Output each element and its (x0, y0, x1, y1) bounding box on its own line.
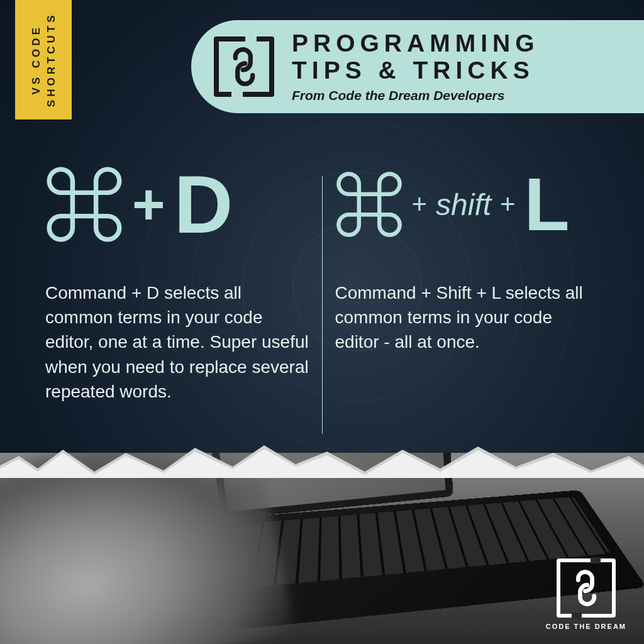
header-subtitle: From Code the Dream Developers (292, 88, 540, 103)
category-badge: VS CODE SHORTCUTS (15, 0, 72, 119)
key-letter-l: L (525, 162, 570, 247)
shortcut-right-column: + shift + L Command + Shift + L selects … (323, 164, 612, 434)
shortcut-left-description: Command + D selects all common terms in … (45, 280, 309, 404)
link-icon (214, 36, 274, 97)
shortcut-keys-right: + shift + L (335, 164, 599, 245)
shortcut-keys-left: + D (45, 164, 309, 245)
footer-brand-logo: CODE THE DREAM (546, 558, 626, 630)
plus-symbol: + (412, 189, 428, 219)
header-title: PROGRAMMINGTIPS & TRICKS (292, 30, 540, 84)
shortcut-right-description: Command + Shift + L selects all common t… (335, 280, 599, 355)
hand-blur-shape (0, 453, 297, 644)
header-text-block: PROGRAMMINGTIPS & TRICKS From Code the D… (292, 30, 540, 103)
shortcuts-content: + D Command + D selects all common terms… (0, 164, 644, 434)
command-key-icon (45, 165, 123, 243)
link-icon (557, 558, 616, 618)
header-banner: PROGRAMMINGTIPS & TRICKS From Code the D… (191, 20, 644, 113)
category-badge-text: VS CODE SHORTCUTS (28, 13, 58, 108)
shift-key-label: shift (436, 187, 491, 222)
plus-symbol: + (132, 172, 165, 237)
footer-brand-text: CODE THE DREAM (546, 623, 626, 630)
shortcut-left-column: + D Command + D selects all common terms… (33, 164, 322, 434)
command-key-icon (335, 170, 403, 238)
torn-paper-edge (0, 440, 644, 478)
plus-symbol: + (500, 189, 516, 219)
key-letter-d: D (174, 157, 233, 252)
